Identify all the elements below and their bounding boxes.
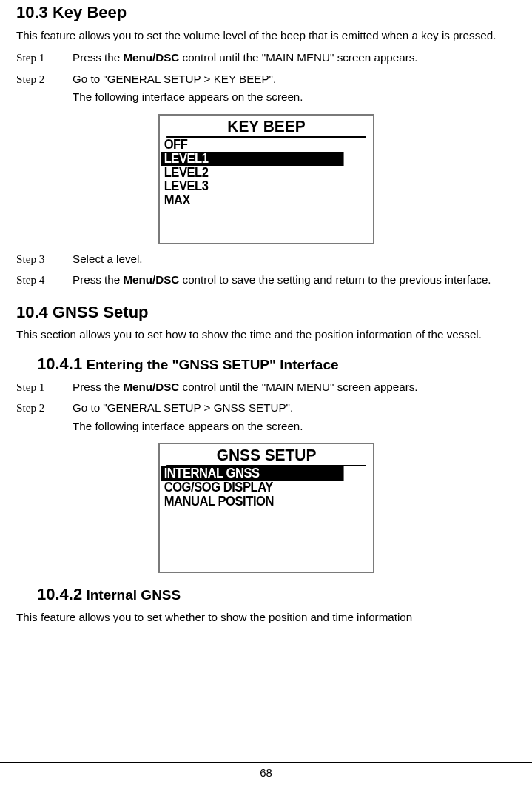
t: control until the "MAIN MENU" screen app… — [179, 381, 417, 393]
t: control to save the setting and return t… — [179, 273, 491, 286]
step-text: Press the Menu/DSC control until the "MA… — [73, 50, 516, 69]
t: Go to "GENERAL SETUP > KEY BEEP". — [73, 72, 516, 87]
t: Press the — [73, 381, 123, 393]
t: The following interface appears on the s… — [73, 90, 516, 105]
lcd-screen: GNSS SETUP INTERNAL GNSS COG/SOG DISPLAY… — [158, 443, 374, 573]
screen-item: LEVEL3 — [161, 179, 354, 193]
step-label: Step 2 — [16, 401, 73, 416]
step-text: Go to "GENERAL SETUP > KEY BEEP". The fo… — [73, 72, 516, 108]
heading-text: Entering the "GNSS SETUP" Interface — [82, 357, 338, 372]
t: Press the — [73, 51, 123, 64]
screenshot-key-beep: KEY BEEP OFF LEVEL1 LEVEL2 LEVEL3 MAX — [16, 114, 516, 244]
text-10-4-2-intro: This feature allows you to set whether t… — [16, 610, 516, 626]
screen-item: COG/SOG DISPLAY — [161, 481, 354, 495]
heading-10-3: 10.3 Key Beep — [16, 0, 516, 24]
heading-num: 10.4.2 — [37, 585, 82, 603]
step-row: Step 4 Press the Menu/DSC control to sav… — [16, 272, 516, 291]
step-row: Step 2 Go to "GENERAL SETUP > GNSS SETUP… — [16, 401, 516, 437]
screen-item-selected: LEVEL1 — [161, 152, 344, 166]
page-number: 68 — [0, 763, 532, 783]
step-row: Step 2 Go to "GENERAL SETUP > KEY BEEP".… — [16, 72, 516, 108]
step-row: Step 1 Press the Menu/DSC control until … — [16, 50, 516, 69]
heading-text: Internal GNSS — [82, 587, 181, 603]
step-label: Step 1 — [16, 380, 73, 395]
step-label: Step 1 — [16, 50, 73, 66]
step-row: Step 3 Select a level. — [16, 252, 516, 270]
screen-item: OFF — [161, 138, 354, 152]
screen-title: GNSS SETUP — [166, 446, 366, 466]
t: control until the "MAIN MENU" screen app… — [179, 51, 417, 64]
t-bold: Menu/DSC — [123, 51, 179, 64]
heading-10-4-1: 10.4.1 Entering the "GNSS SETUP" Interfa… — [37, 353, 516, 375]
screen-item: LEVEL2 — [161, 166, 354, 180]
t: Go to "GENERAL SETUP > GNSS SETUP". — [73, 401, 516, 416]
screen-item: MANUAL POSITION — [161, 495, 354, 509]
step-text: Press the Menu/DSC control until the "MA… — [73, 380, 516, 398]
heading-10-4: 10.4 GNSS Setup — [16, 300, 516, 324]
screen-item: MAX — [161, 193, 354, 207]
t: The following interface appears on the s… — [73, 419, 516, 435]
screen-item-selected: INTERNAL GNSS — [161, 466, 344, 481]
t-bold: Menu/DSC — [123, 273, 179, 286]
screen-title: KEY BEEP — [166, 117, 366, 138]
text-10-3-intro: This feature allows you to set the volum… — [16, 28, 516, 44]
text-10-4-intro: This section allows you to set how to sh… — [16, 327, 516, 343]
step-label: Step 4 — [16, 272, 73, 288]
step-row: Step 1 Press the Menu/DSC control until … — [16, 380, 516, 398]
t: Press the — [73, 273, 123, 286]
screenshot-gnss-setup: GNSS SETUP INTERNAL GNSS COG/SOG DISPLAY… — [16, 443, 516, 573]
heading-10-4-2: 10.4.2 Internal GNSS — [37, 583, 516, 606]
t: Select a level. — [73, 252, 516, 267]
step-text: Press the Menu/DSC control to save the s… — [73, 272, 516, 291]
step-label: Step 2 — [16, 72, 73, 87]
step-label: Step 3 — [16, 252, 73, 267]
step-text: Select a level. — [73, 252, 516, 270]
step-text: Go to "GENERAL SETUP > GNSS SETUP". The … — [73, 401, 516, 437]
lcd-screen: KEY BEEP OFF LEVEL1 LEVEL2 LEVEL3 MAX — [158, 114, 374, 244]
heading-num: 10.4.1 — [37, 355, 82, 373]
t-bold: Menu/DSC — [123, 381, 179, 393]
